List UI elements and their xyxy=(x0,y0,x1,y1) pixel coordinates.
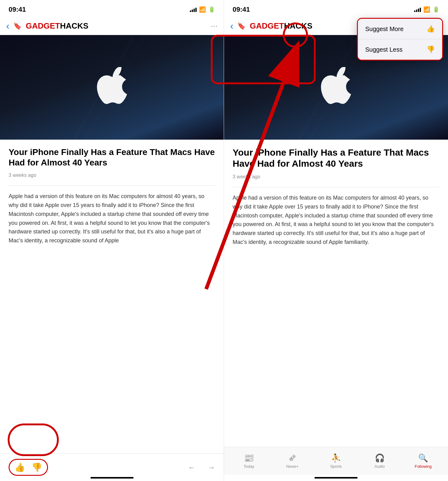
article-divider xyxy=(9,185,215,186)
right-wifi-icon: 📶 xyxy=(423,6,430,13)
right-phone-panel: 09:41 📶 🔋 ‹ 🔖 GADGET HACKS 👍 ··· Sugge xyxy=(224,0,448,481)
article-body: Apple had a version of this feature on i… xyxy=(9,192,215,245)
left-status-time: 09:41 xyxy=(9,6,26,14)
logo-hacks: HACKS xyxy=(60,21,88,31)
right-signal-icon xyxy=(414,7,421,12)
right-back-button[interactable]: ‹ xyxy=(230,20,234,32)
right-logo-gadget: GADGET xyxy=(250,21,284,31)
right-article-date: 3 weeks ago xyxy=(233,174,439,180)
right-status-icons: 📶 🔋 xyxy=(414,6,439,13)
right-bookmark-button[interactable]: 🔖 xyxy=(237,22,246,30)
bookmark-button[interactable]: 🔖 xyxy=(13,22,22,30)
following-icon: 🔍 xyxy=(418,453,428,463)
audio-icon: 🎧 xyxy=(375,453,385,463)
right-home-indicator xyxy=(314,477,358,479)
sports-icon: ⛹ xyxy=(331,453,341,463)
hero-image xyxy=(0,35,224,140)
article-title: Your iPhone Finally Has a Feature That M… xyxy=(9,147,215,168)
left-article-content: Your iPhone Finally Has a Feature That M… xyxy=(0,140,224,453)
nav-arrows: ← → xyxy=(188,463,215,472)
dropdown-menu: Suggest More 👍 Suggest Less 👎 xyxy=(357,18,443,61)
diagonal-lines xyxy=(0,35,224,140)
following-label: Following xyxy=(415,464,432,469)
back-button[interactable]: ‹ xyxy=(6,20,10,32)
battery-icon: 🔋 xyxy=(208,6,215,13)
left-bottom-bar: 👍 👎 ← → xyxy=(0,453,224,481)
bottom-tab-bar: 📰 Today 🗞 News+ ⛹ Sports 🎧 Audio 🔍 Follo… xyxy=(224,447,448,475)
suggest-less-label: Suggest Less xyxy=(365,46,402,53)
tab-sports[interactable]: ⛹ Sports xyxy=(314,451,358,471)
today-label: Today xyxy=(243,464,254,469)
thumbs-down-button[interactable]: 👎 xyxy=(31,462,42,472)
audio-label: Audio xyxy=(374,464,385,469)
tab-following[interactable]: 🔍 Following xyxy=(401,451,445,471)
tab-newsplus[interactable]: 🗞 News+ xyxy=(271,451,314,471)
thumbs-group: 👍 👎 xyxy=(9,459,48,476)
thumbs-up-button[interactable]: 👍 xyxy=(14,462,25,472)
right-article-divider xyxy=(233,187,439,187)
sports-label: Sports xyxy=(330,464,342,469)
right-battery-icon: 🔋 xyxy=(433,6,439,13)
wifi-icon: 📶 xyxy=(199,6,206,13)
thumbs-up-dropdown-icon: 👍 xyxy=(426,25,435,33)
signal-icon xyxy=(190,7,197,12)
suggest-more-item[interactable]: Suggest More 👍 xyxy=(358,19,442,39)
tab-today[interactable]: 📰 Today xyxy=(227,451,271,471)
more-button[interactable]: ··· xyxy=(211,21,218,31)
newsplus-icon: 🗞 xyxy=(288,453,296,463)
next-button[interactable]: → xyxy=(208,463,215,472)
logo: GADGET HACKS xyxy=(26,21,211,31)
suggest-less-item[interactable]: Suggest Less 👎 xyxy=(358,39,442,60)
newsplus-label: News+ xyxy=(286,464,298,469)
tab-audio[interactable]: 🎧 Audio xyxy=(358,451,402,471)
article-date: 3 weeks ago xyxy=(9,173,215,178)
right-status-time: 09:41 xyxy=(233,6,250,14)
left-status-icons: 📶 🔋 xyxy=(190,6,215,13)
suggest-more-label: Suggest More xyxy=(365,26,404,33)
right-article-body: Apple had a version of this feature on i… xyxy=(233,193,439,247)
left-phone-panel: 09:41 📶 🔋 ‹ 🔖 GADGET HACKS ··· xyxy=(0,0,224,481)
left-status-bar: 09:41 📶 🔋 xyxy=(0,0,224,17)
logo-gadget: GADGET xyxy=(26,21,60,31)
right-logo-hacks: HACKS xyxy=(284,21,312,31)
left-nav-bar: ‹ 🔖 GADGET HACKS ··· xyxy=(0,17,224,35)
right-status-bar: 09:41 📶 🔋 xyxy=(224,0,448,17)
home-indicator xyxy=(90,477,134,479)
right-article-content: Your iPhone Finally Has a Feature That M… xyxy=(224,140,448,447)
today-icon: 📰 xyxy=(244,453,254,463)
right-article-title: Your iPhone Finally Has a Feature That M… xyxy=(233,147,439,169)
prev-button[interactable]: ← xyxy=(188,463,195,472)
thumbs-down-dropdown-icon: 👎 xyxy=(426,46,435,54)
